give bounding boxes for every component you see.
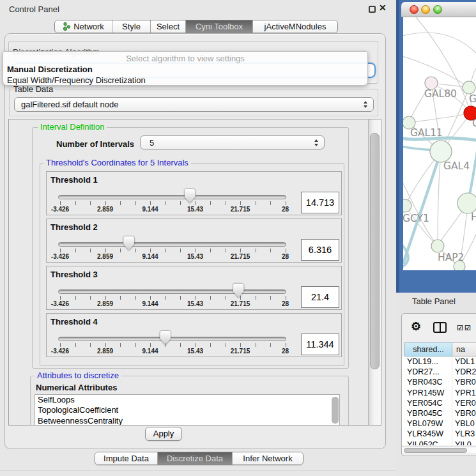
list-scrollbar-thumb[interactable]	[332, 397, 339, 424]
slider-ticks	[60, 201, 288, 205]
network-node[interactable]	[425, 77, 438, 89]
thresholds-group-label: Threshold's Coordinates for 5 Intervals	[43, 158, 191, 167]
numerical-attributes-label: Numerical Attributes	[36, 383, 117, 392]
close-icon[interactable]: ✕	[379, 3, 387, 13]
tab-network[interactable]: Network	[55, 20, 112, 33]
zoom-traffic-light[interactable]	[433, 5, 442, 14]
horizontal-scrollbar-track[interactable]	[402, 447, 476, 453]
slider-track[interactable]	[58, 289, 286, 294]
tab-cyni-toolbox[interactable]: Cyni Toolbox	[186, 20, 253, 33]
tab-select[interactable]: Select	[151, 20, 186, 33]
tab-style[interactable]: Style	[112, 20, 151, 33]
attribute-list-item[interactable]: TopologicalCoefficient	[35, 405, 339, 415]
interval-definition-group: Interval Definition Number of Intervals …	[32, 127, 349, 369]
tab-discretize-data[interactable]: Discretize Data	[158, 452, 233, 464]
checkbox-icon[interactable]: ☑	[457, 324, 463, 332]
top-tab-bar: NetworkStyleSelectCyni ToolboxjActiveMNo…	[54, 20, 338, 33]
table-row[interactable]: YBR043CYBR0	[402, 377, 476, 387]
dropdown-option-manual[interactable]: Manual Discretization	[3, 64, 367, 75]
threshold-value-field[interactable]: 14.713	[301, 192, 339, 213]
attribute-list-item[interactable]: BetweennessCentrality	[35, 416, 339, 426]
tick-label: -3.426	[41, 300, 79, 307]
network-node-label: GAL4	[443, 160, 470, 172]
network-node[interactable]	[463, 81, 475, 94]
settings-scrollpane: Interval Definition Number of Intervals …	[8, 119, 381, 426]
cell-shared-name: YIL052C	[407, 440, 438, 446]
apply-button[interactable]: Apply	[145, 427, 182, 441]
vertical-scrollbar-thumb[interactable]	[370, 133, 380, 369]
cell-shared-name: YDL19...	[407, 357, 438, 367]
close-traffic-light[interactable]	[410, 5, 418, 14]
tick-label: 15.43	[176, 348, 215, 355]
horizontal-scrollbar-thumb[interactable]	[404, 448, 467, 453]
tab-label: Discretize Data	[167, 454, 223, 463]
threshold-value-field[interactable]: 6.316	[301, 239, 339, 261]
minimize-traffic-light[interactable]	[421, 5, 430, 14]
tick-label: 15.43	[176, 300, 215, 307]
column-header-name[interactable]: na	[452, 342, 476, 357]
tab-impute-data[interactable]: Impute Data	[95, 452, 158, 464]
cell-name: YDL1	[455, 357, 475, 367]
tick-label: 21.715	[221, 348, 259, 355]
threshold-label: Threshold 4	[50, 317, 98, 326]
cell-shared-name: YBL079W	[407, 418, 443, 429]
gear-icon[interactable]: ⚙	[411, 319, 421, 334]
attribute-list-item[interactable]: SelfLoops	[35, 395, 339, 405]
network-node[interactable]	[457, 193, 476, 213]
tick-label: -3.426	[41, 253, 79, 260]
tick-label: 2.859	[86, 206, 125, 213]
number-of-intervals-value: 5	[150, 136, 154, 150]
cell-shared-name: YLR345W	[407, 429, 443, 439]
dropdown-placeholder-item[interactable]: Select algorithm to view settings	[3, 52, 367, 64]
cell-shared-name: YDR27...	[407, 367, 440, 377]
number-of-intervals-combobox[interactable]: 5	[140, 135, 325, 150]
checkbox-icon[interactable]: ☑	[464, 324, 471, 332]
tick-label: 21.715	[221, 300, 259, 307]
network-edge	[438, 151, 441, 246]
tick-label: 2.859	[86, 253, 125, 260]
threshold-panel-2: Threshold 2-3.4262.8599.14415.4321.71528…	[46, 219, 342, 263]
tab-jactivemnodules[interactable]: jActiveMNodules	[253, 20, 337, 33]
tick-label: -3.426	[41, 348, 79, 355]
tick-label: 21.715	[221, 253, 259, 260]
threshold-panel-4: Threshold 4-3.4262.8599.14415.4321.71528…	[46, 313, 342, 357]
tick-label: 28	[266, 300, 305, 307]
tick-label: 15.43	[176, 206, 215, 213]
threshold-label: Threshold 2	[50, 222, 98, 232]
table-row[interactable]: YBR045CYBR0	[402, 408, 476, 418]
table-row[interactable]: YIL052CYIL0	[402, 440, 476, 446]
cell-name: YLR3	[455, 429, 475, 439]
network-node-label: HAP2	[438, 252, 464, 263]
table-row[interactable]: YBL079WYBL0	[402, 418, 476, 429]
columns-icon[interactable]	[433, 322, 447, 333]
network-node-label: H	[471, 211, 476, 223]
column-header-shared[interactable]: shared...	[404, 342, 452, 357]
slider-track[interactable]	[58, 195, 286, 199]
table-row[interactable]: YDR27...YDR2	[402, 367, 476, 377]
slider-track[interactable]	[58, 337, 286, 341]
table-data-value: galFiltered.sif default node	[21, 98, 118, 111]
network-node[interactable]	[431, 240, 444, 252]
attributes-group-label: Attributes to discretize	[35, 371, 121, 380]
slider-ticks	[60, 296, 288, 300]
table-row[interactable]: YPR145WYPR1	[402, 388, 476, 398]
float-window-icon[interactable]	[369, 6, 376, 13]
numerical-attributes-list[interactable]: SelfLoopsTopologicalCoefficientBetweenne…	[35, 394, 340, 426]
network-node[interactable]	[403, 199, 411, 212]
slider-track[interactable]	[58, 242, 286, 247]
threshold-value-field[interactable]: 11.344	[301, 334, 339, 355]
threshold-panel-1: Threshold 1-3.4262.8599.14415.4321.71528…	[46, 171, 342, 215]
table-row[interactable]: YLR345WYLR3	[402, 429, 476, 439]
panel-title: Control Panel	[9, 4, 59, 14]
tick-label: 9.144	[131, 206, 169, 213]
tab-infer-network[interactable]: Infer Network	[233, 452, 303, 464]
threshold-value-field[interactable]: 21.4	[301, 286, 339, 308]
table-row[interactable]: YDL19...YDL1	[402, 357, 476, 367]
table-row[interactable]: YER054CYER0	[402, 398, 476, 408]
threshold-panel-3: Threshold 3-3.4262.8599.14415.4321.71528…	[46, 266, 342, 310]
network-canvas[interactable]: GAL80GAGGAL11GAL4GCY1HHAP2	[403, 17, 476, 270]
network-node[interactable]	[430, 141, 452, 162]
table-data-combobox[interactable]: galFiltered.sif default node	[14, 97, 374, 112]
cell-name: YIL0	[455, 440, 472, 446]
dropdown-option-equal-width[interactable]: Equal Width/Frequency Discretization	[3, 75, 367, 86]
